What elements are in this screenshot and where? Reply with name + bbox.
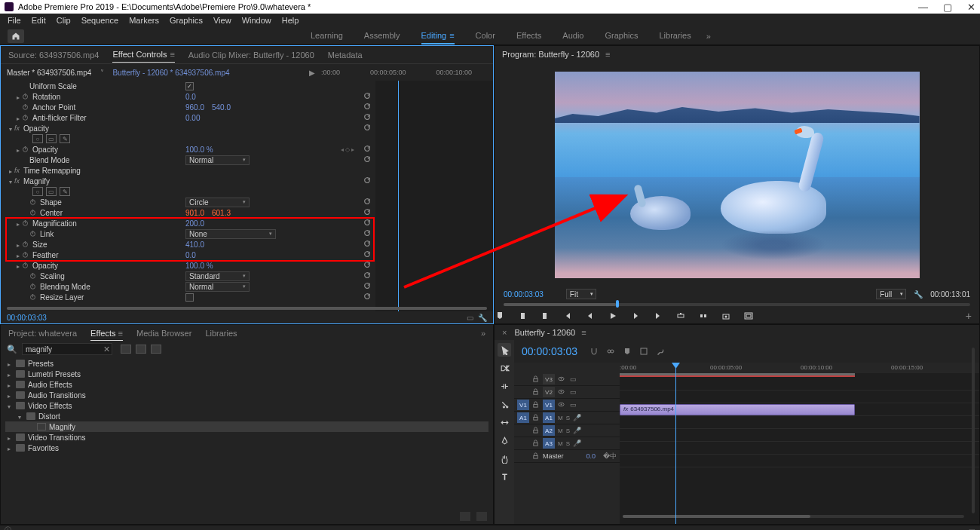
reset-button[interactable] [363, 293, 371, 302]
razor-tool[interactable] [498, 397, 511, 411]
twirl-icon[interactable] [5, 402, 13, 410]
minimize-button[interactable]: — [918, 2, 928, 13]
slip-tool[interactable] [498, 415, 511, 429]
effects-tab[interactable]: Media Browser [136, 326, 191, 340]
trash-button[interactable] [476, 512, 487, 521]
solo-button[interactable]: S [566, 440, 570, 447]
fx-badge[interactable]: fx [14, 177, 23, 185]
rect-mask-button[interactable]: ▭ [46, 134, 57, 143]
property-dropdown[interactable]: Normal [185, 282, 250, 292]
ellipse-mask-button[interactable]: ○ [32, 134, 43, 143]
step-fwd-button[interactable] [630, 311, 641, 321]
keyframe-nav[interactable]: ◂ ◇ ▸ [341, 146, 354, 153]
workspace-tab-editing[interactable]: Editing≡ [421, 28, 455, 44]
menu-clip[interactable]: Clip [52, 16, 75, 25]
property-label[interactable]: Uniform Scale [29, 82, 77, 90]
workspace-tab-libraries[interactable]: Libraries [659, 28, 691, 44]
twirl-icon[interactable] [14, 219, 22, 228]
effects-bin-3[interactable] [151, 345, 161, 354]
program-timecode[interactable]: 00:00:03:03 [504, 290, 544, 299]
timeline-vscroll[interactable] [970, 348, 976, 513]
step-back-button[interactable] [585, 311, 596, 321]
goto-out-button[interactable] [653, 311, 663, 321]
stopwatch-icon[interactable] [22, 262, 32, 270]
pen-mask-button[interactable]: ✎ [60, 134, 70, 143]
extract-button[interactable] [698, 311, 709, 321]
reset-button[interactable] [363, 250, 371, 259]
eye-icon[interactable] [558, 375, 567, 384]
twirl-icon[interactable] [14, 262, 22, 270]
property-label[interactable]: Resize Layer [40, 293, 84, 302]
track-select-tool[interactable] [498, 361, 511, 375]
twirl-icon[interactable] [14, 146, 22, 154]
snap-icon[interactable] [590, 347, 599, 356]
twirl-icon[interactable] [5, 444, 13, 452]
property-value[interactable]: 410.0 [185, 240, 204, 249]
tree-item[interactable]: Audio Effects [5, 379, 488, 390]
in-button[interactable] [517, 311, 528, 321]
effects-tab[interactable]: Effects ≡ [90, 326, 123, 341]
tree-item[interactable]: Presets [5, 358, 488, 369]
timeline-sequence-tab[interactable]: Butterfly - 12060 [514, 328, 575, 337]
property-label[interactable]: Feather [32, 251, 58, 259]
reset-button[interactable] [363, 124, 371, 133]
property-value[interactable]: 0.0 [185, 93, 196, 101]
property-label[interactable]: Opacity [32, 146, 58, 154]
lock-icon[interactable] [532, 388, 540, 397]
program-playhead[interactable] [616, 300, 619, 308]
property-value-y[interactable]: 540.0 [212, 103, 231, 112]
effect-keyframe-area[interactable] [375, 81, 493, 311]
twirl-icon[interactable] [14, 93, 22, 101]
stopwatch-icon[interactable] [22, 240, 32, 249]
new-bin-button[interactable] [460, 512, 470, 521]
workspace-overflow-button[interactable]: » [706, 32, 711, 41]
track-target[interactable]: A3 [543, 438, 555, 449]
reset-button[interactable] [363, 219, 371, 228]
lift-button[interactable] [675, 311, 686, 321]
workspace-tab-effects[interactable]: Effects [516, 28, 541, 44]
effect-controls-timecode[interactable]: 00:00:03:03 [1, 311, 493, 323]
voice-over-icon[interactable]: 🎤 [573, 427, 582, 434]
stopwatch-icon[interactable] [22, 146, 32, 154]
twirl-icon[interactable] [14, 240, 22, 249]
reset-button[interactable] [363, 92, 371, 101]
program-fit-dropdown[interactable]: Fit [566, 289, 596, 299]
property-value[interactable]: 100.0 % [185, 262, 213, 270]
master-clip-label[interactable]: Master * 634937506.mp4 [7, 69, 91, 77]
effects-bin-2[interactable] [136, 345, 146, 354]
selection-tool[interactable] [498, 343, 511, 357]
timeline-playhead[interactable] [675, 363, 676, 524]
source-patch[interactable]: A1 [517, 412, 529, 423]
effects-tab[interactable]: Project: whatevera [8, 326, 77, 340]
property-dropdown[interactable]: Circle [185, 198, 250, 207]
reset-button[interactable] [363, 145, 371, 154]
property-value-x[interactable]: 960.0 [185, 103, 204, 112]
track-lane[interactable] [620, 416, 979, 429]
reset-button[interactable] [363, 176, 371, 185]
twirl-icon[interactable] [16, 412, 23, 421]
add-button[interactable]: + [966, 310, 972, 322]
expand-icon[interactable]: �中 [603, 452, 617, 461]
hand-tool[interactable] [498, 452, 511, 465]
program-resolution-dropdown[interactable]: Full [876, 289, 906, 299]
tree-item[interactable]: Magnify [5, 421, 488, 432]
tree-item[interactable]: Lumetri Presets [5, 369, 488, 379]
menu-markers[interactable]: Markers [124, 16, 164, 25]
reset-button[interactable] [363, 208, 371, 217]
menu-file[interactable]: File [3, 16, 26, 25]
tree-item[interactable]: Distort [5, 411, 488, 421]
reset-button[interactable] [363, 261, 371, 270]
mute-button[interactable]: M [558, 427, 563, 434]
safe-margins-button[interactable] [743, 311, 754, 321]
program-scrubber[interactable] [504, 301, 970, 308]
timeline-timecode[interactable]: 00:00:03:03 [522, 345, 577, 357]
reset-button[interactable] [363, 240, 371, 249]
solo-button[interactable]: S [566, 427, 570, 434]
settings-icon[interactable] [639, 347, 648, 356]
fx-badge[interactable]: fx [14, 124, 23, 132]
play-button[interactable] [608, 311, 618, 321]
property-value[interactable]: 0.00 [185, 114, 200, 122]
program-panel-menu[interactable]: ≡ [605, 50, 610, 59]
type-tool[interactable] [498, 470, 511, 483]
lock-icon[interactable] [532, 401, 540, 409]
